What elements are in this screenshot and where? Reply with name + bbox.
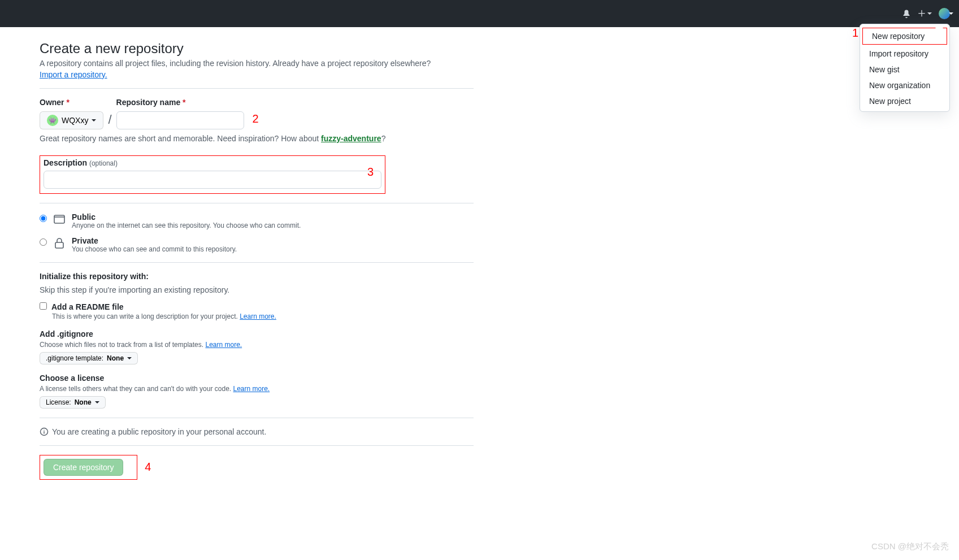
info-row: You are creating a public repository in … — [40, 427, 474, 436]
repo-name-label: Repository name * — [116, 98, 244, 107]
topbar: New repository Import repository New gis… — [0, 0, 959, 27]
visibility-public-sub: Anyone on the internet can see this repo… — [72, 222, 301, 229]
dropdown-import-repository[interactable]: Import repository — [860, 46, 949, 62]
repo-public-icon — [53, 212, 66, 226]
caret-down-icon — [127, 357, 132, 362]
info-text: You are creating a public repository in … — [52, 427, 266, 436]
dropdown-new-project[interactable]: New project — [860, 93, 949, 109]
visibility-private-sub: You choose who can see and commit to thi… — [72, 245, 237, 253]
caret-down-icon — [92, 119, 96, 124]
owner-reponame-row: Owner * 👾 WQXxy / Repository name * 2 — [40, 98, 474, 129]
create-menu-trigger[interactable] — [918, 10, 932, 18]
license-title: Choose a license — [40, 374, 474, 383]
name-suggestion-link[interactable]: fuzzy-adventure — [321, 134, 381, 143]
visibility-public-radio[interactable] — [40, 215, 47, 222]
create-menu-dropdown: New repository Import repository New gis… — [860, 24, 950, 112]
description-input[interactable] — [44, 171, 381, 189]
create-button-highlight: Create repository — [40, 455, 137, 480]
dropdown-new-repository[interactable]: New repository — [862, 28, 947, 45]
annotation-1: 1 — [852, 27, 858, 40]
owner-avatar-icon: 👾 — [47, 115, 58, 126]
license-learn-more-link[interactable]: Learn more. — [233, 385, 270, 393]
visibility-private-row: Private You choose who can see and commi… — [40, 236, 474, 253]
description-highlight-box: Description (optional) — [40, 155, 385, 194]
repo-name-input[interactable] — [116, 111, 244, 129]
page-subhead: A repository contains all project files,… — [40, 59, 474, 68]
repo-name-hint: Great repository names are short and mem… — [40, 134, 474, 143]
owner-label: Owner * — [40, 98, 103, 107]
path-separator: / — [108, 112, 111, 127]
owner-name: WQXxy — [62, 116, 88, 125]
svg-rect-0 — [54, 215, 64, 223]
visibility-public-row: Public Anyone on the internet can see th… — [40, 212, 474, 229]
visibility-private-radio[interactable] — [40, 238, 47, 246]
main-content: Create a new repository A repository con… — [40, 27, 474, 502]
visibility-public-title: Public — [72, 212, 301, 222]
caret-down-icon — [95, 401, 99, 406]
readme-checkbox[interactable] — [40, 302, 47, 310]
notifications-icon[interactable] — [902, 9, 911, 18]
init-skip-note: Skip this step if you're importing an ex… — [40, 285, 474, 294]
gitignore-learn-more-link[interactable]: Learn more. — [205, 341, 242, 349]
gitignore-template-select[interactable]: .gitignore template: None — [40, 352, 138, 364]
visibility-private-title: Private — [72, 236, 237, 245]
gitignore-sub: Choose which files not to track from a l… — [40, 341, 474, 349]
annotation-2: 2 — [252, 112, 258, 125]
svg-rect-1 — [55, 242, 63, 248]
dropdown-new-gist[interactable]: New gist — [860, 62, 949, 77]
dropdown-new-organization[interactable]: New organization — [860, 77, 949, 93]
info-icon — [40, 427, 49, 436]
import-repository-link[interactable]: Import a repository. — [40, 70, 107, 79]
page-title: Create a new repository — [40, 41, 474, 57]
license-sub: A license tells others what they can and… — [40, 385, 474, 393]
annotation-3: 3 — [367, 166, 374, 179]
owner-field: Owner * 👾 WQXxy — [40, 98, 103, 129]
lock-icon — [53, 236, 66, 250]
annotation-4: 4 — [145, 461, 151, 474]
create-repository-button[interactable]: Create repository — [44, 459, 123, 476]
init-header: Initialize this repository with: — [40, 272, 474, 281]
user-avatar[interactable] — [939, 8, 950, 19]
readme-title: Add a README file — [51, 302, 124, 311]
readme-learn-more-link[interactable]: Learn more. — [240, 312, 276, 320]
readme-sub: This is where you can write a long descr… — [52, 312, 474, 320]
readme-row: Add a README file — [40, 302, 474, 311]
license-select[interactable]: License: None — [40, 396, 106, 409]
repo-name-field: Repository name * 2 — [116, 98, 244, 129]
gitignore-title: Add .gitignore — [40, 329, 474, 338]
owner-select[interactable]: 👾 WQXxy — [40, 111, 103, 129]
description-label: Description (optional) — [44, 158, 118, 167]
